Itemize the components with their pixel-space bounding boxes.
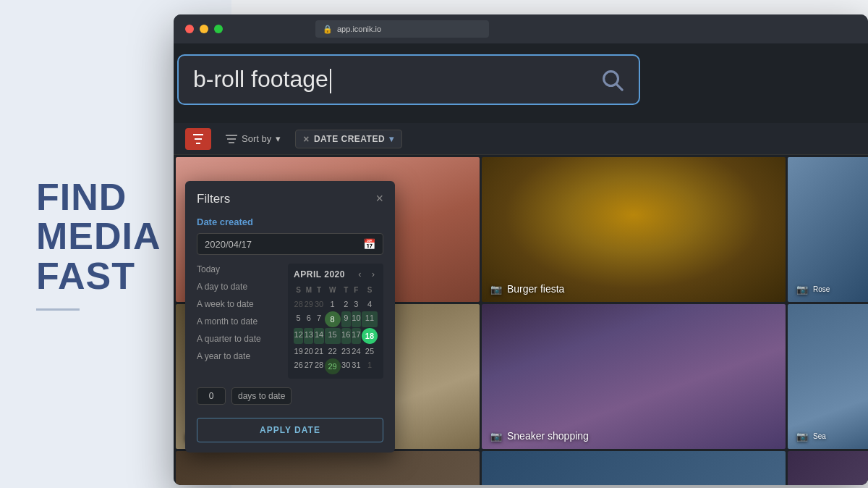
traffic-light-minimize[interactable]	[200, 25, 208, 33]
search-icon[interactable]	[600, 67, 624, 92]
filter-icon	[193, 134, 203, 144]
cal-day-cell[interactable]: 23	[341, 345, 351, 358]
rose-image	[788, 157, 868, 302]
cal-day-cell[interactable]: 4	[362, 298, 378, 311]
cal-dow-header: M	[304, 285, 313, 297]
cal-day-cell[interactable]: 1	[325, 298, 341, 311]
cal-day-cell[interactable]: 2	[341, 298, 351, 311]
burger-image	[482, 157, 786, 302]
calendar: APRIL 2020 ‹ › SMTWTFS282930123456789101…	[288, 264, 383, 379]
media-cell-burger[interactable]: 📷 Burger fiesta	[482, 157, 786, 302]
sort-label: Sort by	[242, 133, 271, 144]
cal-dow-header: T	[314, 285, 323, 297]
days-input-row: days to date	[185, 384, 395, 412]
cal-dow-header: W	[325, 285, 341, 297]
camera-icon-rose: 📷	[796, 284, 808, 295]
toolbar: Sort by ▾ × DATE CREATED ▾	[174, 123, 868, 155]
cal-dow-header: T	[341, 285, 351, 297]
quick-option-label[interactable]: A week to date	[197, 295, 254, 313]
cal-day-cell[interactable]: 12	[294, 328, 303, 344]
cal-day-cell[interactable]: 6	[304, 311, 313, 327]
remove-filter-icon[interactable]: ×	[303, 133, 310, 145]
camera-icon-burger: 📷	[490, 284, 502, 295]
cal-day-cell[interactable]: 14	[314, 328, 323, 344]
cal-day-cell[interactable]: 30	[314, 298, 323, 311]
cal-day-cell[interactable]: 19	[294, 345, 303, 358]
sea-image	[788, 304, 868, 449]
cal-prev-button[interactable]: ‹	[355, 268, 364, 280]
media-cell-sneaker[interactable]: 📷 Sneaker shopping	[482, 304, 786, 449]
cal-day-cell[interactable]: 21	[314, 345, 323, 358]
cal-day-cell[interactable]: 29	[304, 298, 313, 311]
cal-day-cell[interactable]: 26	[294, 358, 303, 374]
cal-dow-header: S	[362, 285, 378, 297]
quick-option-label[interactable]: A quarter to date	[197, 330, 261, 348]
quick-option-label[interactable]: A month to date	[197, 313, 258, 330]
media-cell-bottom3[interactable]	[788, 451, 868, 485]
calendar-input-icon[interactable]: 📅	[363, 238, 375, 250]
quick-option-label[interactable]: A year to date	[197, 348, 250, 365]
cal-day-cell[interactable]: 29	[325, 358, 341, 374]
filter-button[interactable]	[185, 128, 211, 150]
marketing-divider	[36, 308, 80, 311]
cal-day-cell[interactable]: 7	[314, 311, 323, 327]
quick-option-row: A month to date	[185, 313, 276, 330]
cal-day-cell[interactable]: 22	[325, 345, 341, 358]
traffic-light-maximize[interactable]	[214, 25, 223, 33]
cal-day-cell[interactable]: 1	[362, 358, 378, 374]
cal-header: APRIL 2020 ‹ ›	[294, 268, 378, 280]
cal-day-cell[interactable]: 28	[314, 358, 323, 374]
date-filter-chip[interactable]: × DATE CREATED ▾	[295, 130, 401, 148]
cal-day-cell[interactable]: 24	[352, 345, 361, 358]
sort-button[interactable]: Sort by ▾	[220, 130, 286, 147]
search-overlay: b-roll footage	[177, 54, 640, 105]
cal-day-cell[interactable]: 15	[325, 328, 341, 344]
cal-day-cell[interactable]: 11	[362, 311, 378, 327]
cal-nav: ‹ ›	[355, 268, 378, 280]
quick-option-label[interactable]: A day to date	[197, 278, 247, 295]
cal-day-cell[interactable]: 31	[352, 358, 361, 374]
cal-day-cell[interactable]: 25	[362, 345, 378, 358]
cal-day-cell[interactable]: 16	[341, 328, 351, 344]
cal-day-cell[interactable]: 18	[362, 328, 378, 344]
quick-option-label[interactable]: Today	[197, 261, 220, 278]
app-content: Sort by ▾ × DATE CREATED ▾ 📷 Burger fies…	[174, 43, 868, 485]
media-cell-bottom1[interactable]	[176, 451, 480, 485]
cal-day-cell[interactable]: 3	[352, 298, 361, 311]
cal-day-cell[interactable]: 28	[294, 298, 303, 311]
cal-grid: SMTWTFS282930123456789101112131415161718…	[294, 285, 378, 374]
sort-icon	[226, 134, 237, 144]
quick-options-list: TodayA day to dateA week to dateA month …	[185, 261, 276, 365]
cal-day-cell[interactable]: 30	[341, 358, 351, 374]
cal-day-cell[interactable]: 27	[304, 358, 313, 374]
filters-panel: Filters × Date created 2020/04/17 📅 Toda…	[185, 181, 395, 453]
cal-day-cell[interactable]: 13	[304, 328, 313, 344]
filter-dropdown-icon: ▾	[389, 134, 394, 144]
quick-options: TodayA day to dateA week to dateA month …	[185, 261, 395, 384]
sea-label: 📷 Sea	[796, 431, 826, 442]
cal-next-button[interactable]: ›	[369, 268, 378, 280]
apply-date-button[interactable]: APPLY DATE	[197, 418, 383, 442]
address-bar: 🔒 app.iconik.io	[315, 20, 489, 38]
camera-icon-sneaker: 📷	[490, 431, 502, 442]
media-cell-rose[interactable]: 📷 Rose	[788, 157, 868, 302]
date-input-row[interactable]: 2020/04/17 📅	[197, 233, 383, 255]
cal-day-cell[interactable]: 17	[352, 328, 361, 344]
cal-day-cell[interactable]: 5	[294, 311, 303, 327]
cal-day-cell[interactable]: 9	[341, 311, 351, 327]
days-number-input[interactable]	[197, 387, 226, 405]
sort-dropdown-icon: ▾	[276, 133, 281, 144]
browser-window: 🔒 app.iconik.io b-roll footage	[174, 14, 868, 485]
search-bar: b-roll footage	[177, 54, 640, 105]
traffic-light-close[interactable]	[185, 25, 194, 33]
marketing-headline: FIND MEDIA FAST	[36, 177, 195, 296]
cal-day-cell[interactable]: 20	[304, 345, 313, 358]
days-unit-select[interactable]: days to date	[231, 387, 292, 405]
cal-day-cell[interactable]: 8	[325, 311, 341, 327]
filters-close-button[interactable]: ×	[375, 191, 383, 206]
browser-chrome: 🔒 app.iconik.io	[174, 14, 868, 43]
media-cell-bottom2[interactable]	[482, 451, 786, 485]
cal-day-cell[interactable]: 10	[352, 311, 361, 327]
date-filter-label: DATE CREATED	[314, 134, 385, 144]
media-cell-sea[interactable]: 📷 Sea	[788, 304, 868, 449]
